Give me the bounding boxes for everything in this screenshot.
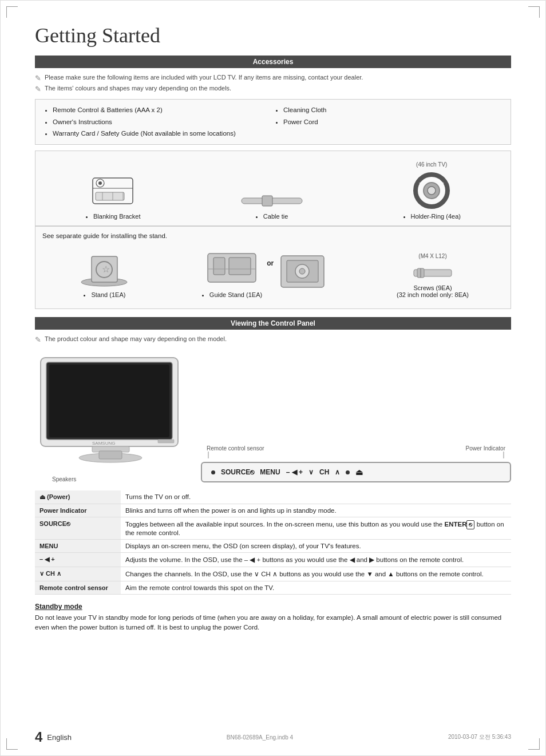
guide-stand-label: Guide Stand (1EA) xyxy=(201,291,262,298)
svg-rect-4 xyxy=(96,192,124,200)
guide-stand-group: Guide Stand (1EA) or xyxy=(201,245,327,298)
control-key: MENU xyxy=(35,540,121,553)
table-row: – ◀ + Adjusts the volume. In the OSD, us… xyxy=(35,553,511,567)
svg-rect-33 xyxy=(99,451,122,459)
power-icon: ⏏ xyxy=(355,468,363,477)
control-panel-section: Viewing the Control Panel ✎ The product … xyxy=(35,317,511,595)
note-icon-3: ✎ xyxy=(35,335,41,344)
item-screws: (M4 X L12) Screws (9EA) (32 inch model o… xyxy=(397,253,469,298)
language: English xyxy=(47,733,72,742)
source-dot xyxy=(211,470,215,474)
stand-note: See separate guide for installing the st… xyxy=(42,232,504,239)
control-key: Power Indicator xyxy=(35,504,121,517)
svg-point-3 xyxy=(98,181,102,185)
screw-sublabel: (M4 X L12) xyxy=(418,253,446,259)
svg-text:SAMSUNG: SAMSUNG xyxy=(92,441,115,446)
cable-tie-label: Cable tie xyxy=(255,213,288,220)
holder-ring-sublabel: (46 inch TV) xyxy=(416,161,447,168)
remote-sensor-label: Remote control sensor xyxy=(207,445,264,452)
control-key: Remote control sensor xyxy=(35,581,121,595)
accessory-item: Remote Control & Batteries (AAA x 2) xyxy=(53,104,273,116)
accessory-item: Owner's Instructions xyxy=(53,116,273,128)
svg-point-12 xyxy=(428,187,436,195)
svg-rect-19 xyxy=(229,258,251,275)
control-desc: Changes the channels. In the OSD, use th… xyxy=(121,567,511,581)
item-holder-ring: (46 inch TV) Holder-Ring (4ea) xyxy=(403,161,461,220)
control-desc: Aim the remote control towards this spot… xyxy=(121,581,511,595)
svg-rect-18 xyxy=(213,258,225,275)
note-icon-2: ✎ xyxy=(35,85,41,93)
table-row: Power Indicator Blinks and turns off whe… xyxy=(35,504,511,517)
volume-text: – ◀ + xyxy=(286,468,303,476)
item-blanking-bracket: Blanking Bracket xyxy=(85,172,141,220)
table-row: ∨ CH ∧ Changes the channels. In the OSD,… xyxy=(35,567,511,581)
footer-date: 2010-03-07 오전 5:36:43 xyxy=(448,733,511,741)
control-desc: Adjusts the volume. In the OSD, use the … xyxy=(121,553,511,567)
control-key: SOURCE⎋ xyxy=(35,517,121,540)
control-key: ⏏ (Power) xyxy=(35,490,121,504)
table-row: SOURCE⎋ Toggles between all the availabl… xyxy=(35,517,511,540)
control-key: – ◀ + xyxy=(35,553,121,567)
item-guide-stand: Guide Stand (1EA) xyxy=(201,245,262,298)
power-dot xyxy=(346,470,350,474)
table-row: ⏏ (Power) Turns the TV on or off. xyxy=(35,490,511,504)
accessories-note-1: ✎ Please make sure the following items a… xyxy=(35,74,511,82)
accessory-item: Power Cord xyxy=(283,116,504,128)
control-desc: Toggles between all the available input … xyxy=(121,517,511,540)
control-key: ∨ CH ∧ xyxy=(35,567,121,581)
stand-label: Stand (1EA) xyxy=(83,291,125,298)
accessory-item: Cleaning Cloth xyxy=(283,104,504,116)
tv-illustration: SAMSUNG Speakers xyxy=(35,352,189,482)
svg-rect-9 xyxy=(262,196,272,206)
control-panel-header: Viewing the Control Panel xyxy=(35,317,511,330)
standby-title: Standby mode xyxy=(35,603,511,611)
speakers-label: Speakers xyxy=(52,476,189,482)
item-cable-tie: Cable tie xyxy=(240,192,303,220)
accessories-col-left: Remote Control & Batteries (AAA x 2) Own… xyxy=(42,104,273,140)
item-guide-stand-alt xyxy=(278,250,327,293)
control-table: ⏏ (Power) Turns the TV on or off. Power … xyxy=(35,490,511,595)
screws-label: Screws (9EA) (32 inch model only: 8EA) xyxy=(397,284,469,298)
accessories-header: Accessories xyxy=(35,56,511,68)
stand-section: See separate guide for installing the st… xyxy=(35,226,511,309)
control-desc: Displays an on-screen menu, the OSD (on … xyxy=(121,540,511,553)
svg-point-24 xyxy=(299,268,305,274)
power-indicator-label: Power Indicator xyxy=(466,445,505,452)
standby-text: Do not leave your TV in standby mode for… xyxy=(35,613,511,633)
control-panel-note: ✎ The product colour and shape may vary … xyxy=(35,335,511,344)
tv-diagram: SAMSUNG Speakers Remote control sensor P… xyxy=(35,352,511,482)
svg-text:☆: ☆ xyxy=(102,264,110,274)
ch-up: ∧ xyxy=(335,468,340,476)
menu-text: MENU xyxy=(260,468,280,476)
blanking-bracket-label: Blanking Bracket xyxy=(85,213,141,220)
control-desc: Turns the TV on or off. xyxy=(121,490,511,504)
accessories-illustrations: Blanking Bracket Cable tie (46 inch TV) xyxy=(35,151,511,226)
control-strip: SOURCE⎋ MENU – ◀ + ∨ CH ∧ ⏏ xyxy=(201,462,511,482)
sensor-power-labels: Remote control sensor Power Indicator xyxy=(201,445,511,452)
accessories-list-box: Remote Control & Batteries (AAA x 2) Own… xyxy=(35,99,511,145)
control-desc: Blinks and turns off when the power is o… xyxy=(121,504,511,517)
footer-left: BN68-02689A_Eng.indb 4 xyxy=(227,734,293,741)
accessories-note-2: ✎ The items' colours and shapes may vary… xyxy=(35,85,511,93)
stand-items-row: ☆ Stand (1EA) Guide Sta xyxy=(42,245,504,303)
footer: 4 English BN68-02689A_Eng.indb 4 2010-03… xyxy=(1,729,545,745)
ch-down: ∨ xyxy=(308,468,314,476)
svg-rect-30 xyxy=(49,365,169,437)
page-number: 4 xyxy=(35,729,42,745)
note-icon-1: ✎ xyxy=(35,74,41,82)
page-title: Getting Started xyxy=(35,23,511,48)
tv-controls-right: Remote control sensor Power Indicator SO… xyxy=(201,445,511,482)
page-number-block: 4 English xyxy=(35,729,72,745)
holder-ring-label: Holder-Ring (4ea) xyxy=(403,213,461,220)
or-text: or xyxy=(267,259,274,267)
source-text: SOURCE⎋ xyxy=(221,468,254,476)
accessory-item: Warranty Card / Safety Guide (Not availa… xyxy=(53,128,273,140)
ch-text: CH xyxy=(319,468,329,476)
svg-rect-35 xyxy=(158,440,174,443)
accessories-col-right: Cleaning Cloth Power Cord xyxy=(273,104,504,140)
item-stand: ☆ Stand (1EA) xyxy=(77,245,132,298)
table-row: MENU Displays an on-screen menu, the OSD… xyxy=(35,540,511,553)
table-row: Remote control sensor Aim the remote con… xyxy=(35,581,511,595)
